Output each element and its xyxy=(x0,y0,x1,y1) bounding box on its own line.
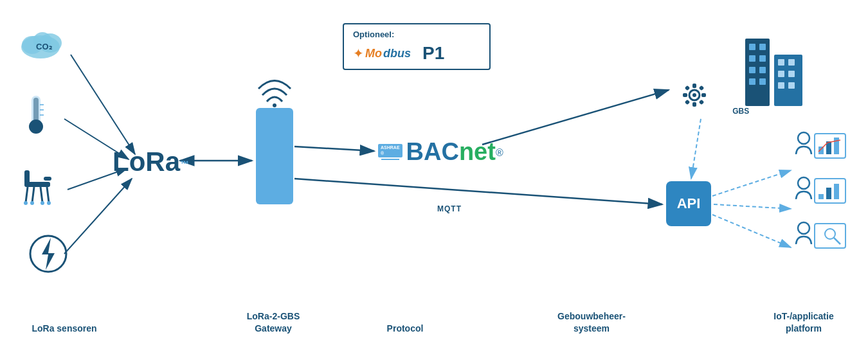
svg-point-80 xyxy=(825,229,835,239)
svg-line-34 xyxy=(41,187,42,202)
svg-point-43 xyxy=(692,93,696,97)
svg-rect-76 xyxy=(826,188,831,199)
svg-rect-45 xyxy=(692,102,696,107)
svg-rect-57 xyxy=(749,67,755,73)
svg-line-33 xyxy=(32,187,34,202)
optional-title: Optioneel: xyxy=(353,30,480,39)
svg-line-8 xyxy=(64,179,132,254)
svg-rect-62 xyxy=(778,59,784,66)
lightning-sensor-icon xyxy=(29,231,68,279)
svg-point-78 xyxy=(798,222,809,234)
svg-line-32 xyxy=(47,187,49,202)
svg-rect-66 xyxy=(778,82,784,89)
svg-rect-77 xyxy=(834,184,839,199)
svg-rect-63 xyxy=(788,59,795,66)
svg-rect-44 xyxy=(692,84,696,88)
svg-point-36 xyxy=(47,201,51,205)
svg-rect-65 xyxy=(788,71,795,77)
svg-rect-50 xyxy=(685,100,690,105)
svg-line-11 xyxy=(294,179,662,204)
svg-rect-59 xyxy=(749,78,755,85)
svg-line-16 xyxy=(712,215,791,247)
ashrae-badge: ASHRAE® xyxy=(378,144,402,157)
co2-sensor-icon: CO₂ xyxy=(18,22,69,64)
occupancy-sensor-icon xyxy=(18,164,63,211)
svg-rect-54 xyxy=(759,44,766,50)
svg-line-14 xyxy=(712,170,791,196)
svg-point-68 xyxy=(798,132,809,144)
api-label: API xyxy=(677,195,701,212)
svg-rect-47 xyxy=(701,93,706,97)
modbus-logo: ✦ Modbus xyxy=(353,46,411,61)
svg-text:CO₂: CO₂ xyxy=(36,42,52,51)
svg-rect-56 xyxy=(759,55,766,62)
bacnet-text: BACnet® xyxy=(406,138,503,166)
svg-rect-53 xyxy=(749,44,755,50)
svg-rect-55 xyxy=(749,55,755,62)
wifi-icon xyxy=(256,69,293,111)
diagram: CO₂ xyxy=(0,0,868,347)
label-protocol: Protocol xyxy=(363,323,447,335)
svg-point-73 xyxy=(798,177,809,189)
svg-line-81 xyxy=(834,238,840,244)
svg-rect-29 xyxy=(24,170,30,184)
label-lora-gateway: LoRa-2-GBSGateway xyxy=(231,310,315,335)
iot-users xyxy=(794,129,849,257)
svg-point-35 xyxy=(24,201,28,205)
svg-point-37 xyxy=(30,201,34,205)
svg-rect-49 xyxy=(699,85,704,91)
api-box: API xyxy=(666,181,711,226)
gbs-building: GBS xyxy=(675,26,806,116)
svg-rect-46 xyxy=(683,93,687,97)
svg-rect-52 xyxy=(745,39,770,106)
optional-box: Optioneel: ✦ Modbus P1 xyxy=(343,23,491,70)
svg-line-10 xyxy=(294,147,374,151)
svg-line-15 xyxy=(714,204,791,209)
svg-rect-60 xyxy=(759,78,766,85)
mqtt-label: MQTT xyxy=(437,204,462,213)
svg-point-41 xyxy=(273,103,276,107)
optional-content: ✦ Modbus P1 xyxy=(353,43,480,64)
bacnet-logo: ASHRAE® BACnet® xyxy=(378,138,503,166)
svg-rect-30 xyxy=(44,177,51,181)
svg-rect-51 xyxy=(699,100,704,105)
svg-rect-75 xyxy=(818,194,824,199)
svg-rect-48 xyxy=(685,85,690,91)
svg-rect-79 xyxy=(815,224,845,248)
svg-line-12 xyxy=(482,90,669,145)
svg-marker-40 xyxy=(42,238,55,270)
label-gebouwbeheer: Gebouwbeheer-systeem xyxy=(540,310,643,335)
thermometer-icon xyxy=(19,93,51,141)
gateway-box xyxy=(256,108,293,204)
svg-rect-67 xyxy=(788,82,795,89)
svg-point-24 xyxy=(29,120,43,134)
lora-brand-text: LoRa™ xyxy=(113,147,189,177)
label-iot-platform: IoT-/applicatieplatform xyxy=(752,310,855,335)
svg-point-38 xyxy=(41,201,44,205)
svg-rect-64 xyxy=(778,71,784,77)
label-lora-sensoren: LoRa sensoren xyxy=(13,323,116,335)
svg-line-13 xyxy=(691,119,701,179)
svg-line-31 xyxy=(26,187,28,202)
svg-rect-58 xyxy=(759,67,766,73)
svg-rect-23 xyxy=(33,98,39,122)
svg-line-5 xyxy=(71,55,135,154)
p1-label: P1 xyxy=(422,43,444,64)
